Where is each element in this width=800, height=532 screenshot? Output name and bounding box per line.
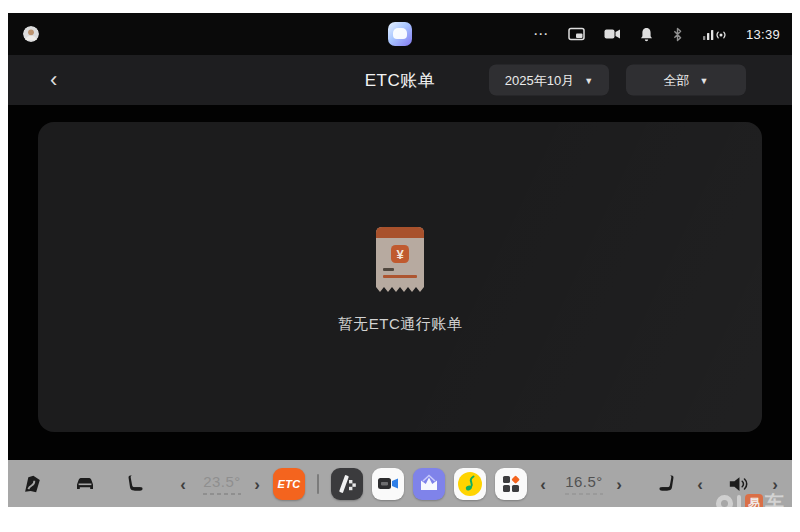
seat-left-icon[interactable]	[127, 474, 147, 494]
grid-apps-icon	[495, 468, 527, 500]
video-camera-icon[interactable]	[604, 26, 621, 42]
status-bar: ⋯	[8, 13, 792, 55]
temp-right-decrease-button[interactable]: ‹	[536, 473, 550, 494]
volume-down-button[interactable]: ‹	[693, 473, 707, 494]
temp-right-increase-button[interactable]: ›	[612, 473, 626, 494]
speaker-icon[interactable]	[728, 474, 750, 494]
recorder-camera-icon	[372, 468, 404, 500]
type-filter-dropdown[interactable]: 全部 ▼	[626, 65, 746, 96]
pip-icon[interactable]	[568, 26, 585, 42]
temp-left-increase-button[interactable]: ›	[250, 473, 264, 494]
volume-up-button[interactable]: ›	[768, 473, 782, 494]
avatar-person-icon	[23, 26, 39, 42]
bill-list-card: ¥ 暂无ETC通行账单	[38, 122, 762, 432]
chevron-down-icon: ▼	[584, 75, 593, 85]
vip-crown-app-icon[interactable]	[413, 468, 445, 500]
clock: 13:39	[746, 27, 780, 42]
dock-separator	[317, 474, 319, 494]
car-settings-icon[interactable]	[73, 472, 97, 496]
checkered-flag-icon	[331, 468, 363, 500]
temp-right-level-indicator	[565, 493, 603, 495]
bell-icon[interactable]	[640, 26, 653, 42]
voice-assistant-icon[interactable]	[388, 22, 412, 46]
temp-left-value: 23.5°	[203, 473, 241, 490]
yuan-symbol: ¥	[396, 246, 404, 261]
filter-group: 2025年10月 ▼ 全部 ▼	[489, 65, 746, 96]
bottom-dock: ‹ 23.5° › ETC	[8, 460, 792, 507]
navigation-map-icon[interactable]	[21, 473, 43, 495]
content-area: ¥ 暂无ETC通行账单	[8, 105, 792, 460]
more-icon[interactable]: ⋯	[533, 26, 549, 42]
chevron-down-icon: ▼	[700, 75, 709, 85]
user-avatar[interactable]	[23, 26, 39, 42]
month-filter-dropdown[interactable]: 2025年10月 ▼	[489, 65, 609, 96]
bluetooth-icon[interactable]	[672, 26, 683, 42]
month-filter-label: 2025年10月	[505, 71, 574, 89]
qq-music-app-icon[interactable]	[454, 468, 486, 500]
racing-app-icon[interactable]	[331, 468, 363, 500]
etc-app-label: ETC	[278, 478, 301, 490]
app-grid-icon[interactable]	[495, 468, 527, 500]
car-infotainment-screen: ⋯	[8, 13, 792, 507]
temp-left-decrease-button[interactable]: ‹	[176, 473, 190, 494]
page-header: ‹ ETC账单 2025年10月 ▼ 全部 ▼	[8, 55, 792, 105]
crown-icon	[413, 468, 445, 500]
type-filter-label: 全部	[664, 71, 690, 89]
bill-receipt-icon: ¥	[368, 221, 432, 301]
back-button[interactable]: ‹	[42, 65, 65, 95]
empty-state-message: 暂无ETC通行账单	[338, 315, 463, 334]
page-title: ETC账单	[365, 69, 436, 92]
signal-hotspot-icon	[702, 26, 727, 42]
temp-right-value: 16.5°	[565, 473, 603, 490]
status-icons: ⋯	[533, 13, 780, 55]
music-note-icon	[454, 468, 486, 500]
temp-left-control[interactable]: 23.5°	[203, 473, 241, 495]
dashcam-app-icon[interactable]	[372, 468, 404, 500]
etc-app-icon[interactable]: ETC	[273, 468, 305, 500]
seat-right-icon[interactable]	[655, 474, 675, 494]
app-shortcuts: ETC	[273, 468, 527, 500]
temp-left-level-indicator	[203, 493, 241, 495]
temp-right-control[interactable]: 16.5°	[565, 473, 603, 495]
